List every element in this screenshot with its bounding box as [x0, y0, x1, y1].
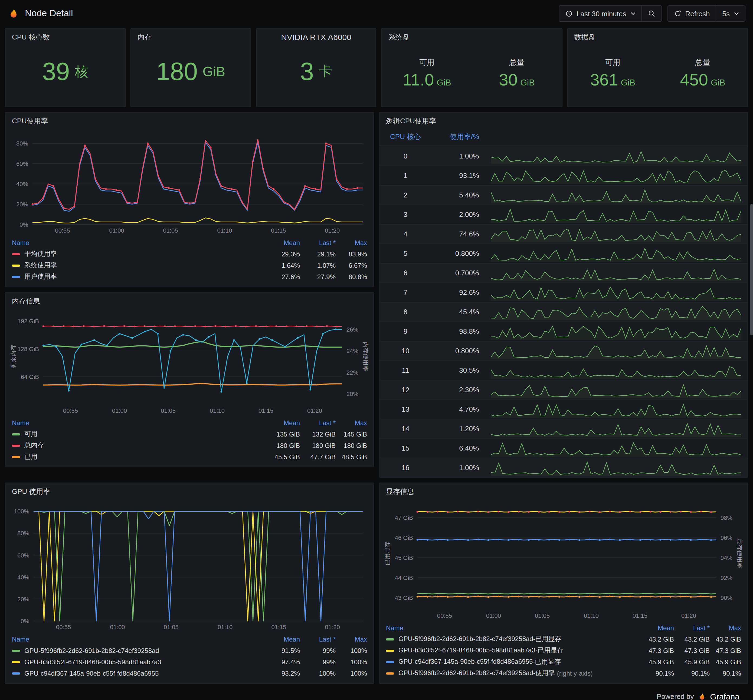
legend-col-name[interactable]: Name	[386, 624, 638, 631]
svg-text:01:10: 01:10	[584, 613, 599, 619]
legend-col-name[interactable]: Name	[12, 239, 264, 246]
legend-series-color	[12, 456, 20, 458]
panel-memory-info: 内存信息 剩余内存 内存使用率 64 GiB128 GiB192 GiB20%2…	[5, 292, 374, 468]
scrollbar-thumb[interactable]	[750, 204, 753, 335]
svg-text:24%: 24%	[347, 348, 358, 354]
stat-body: 可用 361GiB 总量 450GiB	[568, 45, 748, 106]
legend-max-value: 100%	[336, 647, 367, 654]
panel-title-data-disk[interactable]: 数据盘	[568, 29, 748, 45]
legend-series-color	[12, 276, 20, 278]
legend-header: NameMeanLast *Max	[12, 633, 367, 645]
legend-max-value: 48.5 GiB	[336, 453, 367, 461]
substat-available: 可用 361GiB	[568, 45, 658, 101]
legend-series-color	[386, 661, 394, 663]
core-id: 1	[380, 171, 431, 179]
svg-text:01:00: 01:00	[486, 613, 501, 619]
grafana-dashboard: Node Detail Last 30 minutes Refresh 5	[0, 0, 753, 700]
refresh-button[interactable]: Refresh	[668, 6, 716, 21]
svg-text:80%: 80%	[17, 530, 29, 536]
panel-title-system-disk[interactable]: 系统盘	[382, 29, 562, 45]
substat-total: 总量 30GiB	[472, 45, 562, 101]
gpu-usage-chart[interactable]: 0%20%40%60%80%100%00:5501:0001:0501:1001…	[9, 500, 370, 632]
core-usage-value: 0.700%	[431, 269, 486, 277]
legend-series-name: GPU-b3d3f52f-6719-8468-00b5-598d81aab7a3…	[386, 646, 638, 655]
stat-value: 39	[42, 59, 70, 84]
legend-row[interactable]: 总内存180 GiB180 GiB180 GiB	[12, 440, 367, 451]
legend-col-max[interactable]: Max	[336, 419, 367, 427]
legend-col-last[interactable]: Last *	[300, 239, 336, 246]
legend-col-mean[interactable]: Mean	[264, 419, 300, 427]
logical-cpu-row: 193.1%	[380, 165, 748, 185]
legend-row[interactable]: 已用45.5 GiB47.7 GiB48.5 GiB	[12, 451, 367, 463]
panel-title-gpu-model[interactable]: NVIDIA RTX A6000	[256, 29, 376, 44]
legend-col-last[interactable]: Last *	[674, 624, 710, 631]
panel-title-logical-cpu[interactable]: 逻辑CPU使用率	[380, 112, 748, 129]
panel-title-memory[interactable]: 内存	[131, 29, 251, 45]
legend-series-color	[12, 444, 20, 447]
substat-label: 可用	[419, 58, 434, 68]
zoom-out-button[interactable]	[641, 6, 661, 21]
panel-title-gpu-usage[interactable]: GPU 使用率	[5, 483, 373, 499]
panel-title-cpu-usage[interactable]: CPU使用率	[5, 112, 373, 129]
legend-series-name: 已用	[12, 452, 264, 461]
core-usage-sparkline	[491, 440, 741, 456]
legend-col-mean[interactable]: Mean	[264, 635, 300, 643]
legend-row[interactable]: GPU-c94df367-145a-90eb-c55f-fd8d486a6955…	[12, 667, 367, 679]
core-id: 5	[380, 249, 431, 257]
grafana-brand-label[interactable]: Grafana	[710, 692, 739, 700]
vram-chart[interactable]: 已用显存 显存使用率 43 GiB44 GiB45 GiB46 GiB47 Gi…	[383, 500, 744, 620]
bottom-row: GPU 使用率 0%20%40%60%80%100%00:5501:0001:0…	[5, 483, 748, 684]
legend-col-max[interactable]: Max	[710, 624, 741, 631]
legend-row[interactable]: GPU-5f996fb2-2d62-691b-2b82-c74ef39258ad…	[386, 667, 741, 679]
logical-cpu-row: 474.6%	[380, 224, 748, 243]
core-id: 11	[380, 366, 431, 374]
legend-row[interactable]: 平均使用率29.3%29.1%83.9%	[12, 248, 367, 260]
memory-chart[interactable]: 剩余内存 内存使用率 64 GiB128 GiB192 GiB20%22%24%…	[9, 310, 370, 415]
legend-series-name: 系统使用率	[12, 261, 264, 270]
legend-mean-value: 45.5 GiB	[264, 453, 300, 461]
column-header-core[interactable]: CPU 核心	[380, 132, 431, 142]
legend-col-max[interactable]: Max	[336, 635, 367, 643]
stat-body: 39 核	[5, 45, 125, 106]
column-header-usage[interactable]: 使用率/%	[431, 132, 486, 142]
legend-max-value: 180 GiB	[336, 442, 367, 449]
svg-text:01:20: 01:20	[325, 227, 340, 234]
legend-col-name[interactable]: Name	[12, 635, 264, 643]
legend-series-color	[12, 264, 20, 267]
core-usage-sparkline	[491, 167, 741, 184]
panel-title-cpu-cores[interactable]: CPU 核心数	[5, 29, 125, 45]
panel-logical-cpu: 逻辑CPU使用率 CPU 核心 使用率/% 01.00%193.1%25.40%…	[379, 112, 748, 478]
svg-text:64 GiB: 64 GiB	[21, 374, 39, 380]
panel-title-memory-info[interactable]: 内存信息	[5, 293, 373, 309]
time-range-picker[interactable]: Last 30 minutes	[559, 6, 642, 21]
legend-row[interactable]: GPU-5f996fb2-2d62-691b-2b82-c74ef39258ad…	[386, 633, 741, 645]
legend-series-color	[386, 672, 394, 674]
legend-row[interactable]: 系统使用率1.64%1.07%6.67%	[12, 260, 367, 271]
legend-col-last[interactable]: Last *	[300, 419, 336, 427]
legend-series-name: GPU-5f996fb2-2d62-691b-2b82-c74ef39258ad…	[386, 669, 638, 678]
legend-row[interactable]: GPU-b3d3f52f-6719-8468-00b5-598d81aab7a3…	[12, 656, 367, 667]
legend-row[interactable]: GPU-c94df367-145a-90eb-c55f-fd8d486a6955…	[386, 656, 741, 667]
legend-mean-value: 43.2 GiB	[638, 635, 674, 643]
legend-col-mean[interactable]: Mean	[638, 624, 674, 631]
logical-cpu-row: 32.00%	[380, 204, 748, 224]
legend-col-max[interactable]: Max	[336, 239, 367, 246]
svg-text:00:55: 00:55	[56, 624, 71, 630]
time-controls-group: Last 30 minutes	[559, 5, 662, 22]
panel-title-vram-info[interactable]: 显存信息	[380, 483, 748, 499]
stat-body: 可用 11.0GiB 总量 30GiB	[382, 45, 562, 106]
cpu-usage-chart[interactable]: 0%20%40%60%80%00:5501:0001:0501:1001:150…	[9, 130, 370, 235]
legend-row[interactable]: 用户使用率27.6%27.9%80.8%	[12, 271, 367, 282]
legend-col-last[interactable]: Last *	[300, 635, 336, 643]
legend-row[interactable]: GPU-5f996fb2-2d62-691b-2b82-c74ef39258ad…	[12, 645, 367, 656]
legend-col-name[interactable]: Name	[12, 419, 264, 427]
legend-row[interactable]: GPU-b3d3f52f-6719-8468-00b5-598d81aab7a3…	[386, 645, 741, 656]
core-usage-value: 6.40%	[431, 444, 486, 452]
legend-row[interactable]: 可用135 GiB132 GiB145 GiB	[12, 429, 367, 440]
cpu-usage-legend: NameMeanLast *Max平均使用率29.3%29.1%83.9%系统使…	[5, 235, 373, 287]
legend-mean-value: 180 GiB	[264, 442, 300, 449]
refresh-interval-picker[interactable]: 5s	[716, 6, 745, 21]
legend-col-mean[interactable]: Mean	[264, 239, 300, 246]
svg-text:90%: 90%	[720, 594, 733, 601]
grafana-logo-icon[interactable]	[8, 8, 19, 19]
